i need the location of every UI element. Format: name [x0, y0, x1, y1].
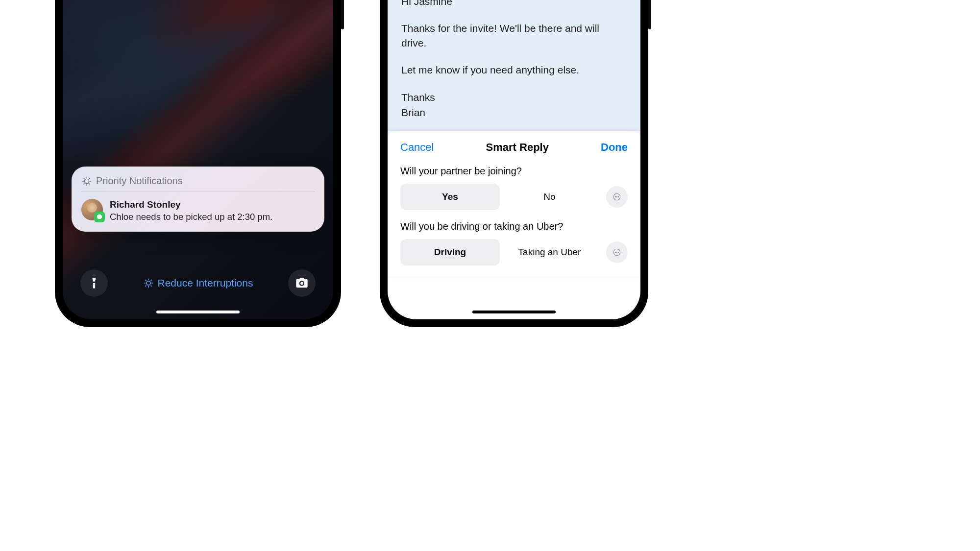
notification-header: Priority Notifications — [81, 175, 315, 192]
svg-point-0 — [84, 179, 89, 183]
answer-uber[interactable]: Taking an Uber — [500, 239, 599, 265]
sheet-title: Smart Reply — [486, 141, 549, 154]
notification-body: Richard Stonley Chloe needs to be picked… — [81, 199, 315, 223]
camera-button[interactable] — [288, 269, 316, 297]
notification-text: Richard Stonley Chloe needs to be picked… — [110, 199, 315, 223]
email-signoff: Thanks — [401, 90, 627, 104]
notification-sender: Richard Stonley — [110, 199, 315, 211]
lockscreen-bottom-row: Reduce Interruptions — [63, 269, 333, 297]
apple-intelligence-icon — [81, 176, 92, 187]
focus-pill[interactable]: Reduce Interruptions — [143, 277, 253, 289]
answer-driving[interactable]: Driving — [400, 239, 500, 265]
more-options-button-2[interactable] — [606, 241, 628, 263]
phone-left-frame: Priority Notifications Richard Stonley C… — [55, 0, 341, 327]
svg-point-1 — [146, 281, 150, 285]
question-1-answers: Yes No — [400, 184, 628, 210]
email-paragraph-1: Thanks for the invite! We'll be there an… — [401, 21, 627, 50]
messages-app-badge — [94, 212, 105, 222]
notification-divider — [81, 192, 315, 192]
camera-icon — [295, 276, 309, 290]
sender-avatar — [81, 199, 103, 220]
answer-yes[interactable]: Yes — [400, 184, 500, 210]
left-screen: Priority Notifications Richard Stonley C… — [63, 0, 333, 319]
phone-right-frame: Hi Jasmine Thanks for the invite! We'll … — [380, 0, 648, 327]
focus-label: Reduce Interruptions — [158, 277, 253, 289]
svg-point-5 — [618, 197, 618, 197]
svg-point-9 — [618, 252, 618, 253]
question-block-1: Will your partner be joining? Yes No — [388, 166, 640, 221]
home-indicator[interactable] — [472, 311, 556, 313]
ellipsis-icon — [612, 192, 621, 201]
priority-notification-card[interactable]: Priority Notifications Richard Stonley C… — [72, 167, 324, 232]
flashlight-button[interactable] — [80, 269, 108, 297]
smart-reply-sheet: Cancel Smart Reply Done Will your partne… — [388, 131, 640, 276]
email-body[interactable]: Hi Jasmine Thanks for the invite! We'll … — [388, 0, 640, 131]
notification-message: Chloe needs to be picked up at 2:30 pm. — [110, 211, 315, 223]
answer-no[interactable]: No — [500, 184, 599, 210]
svg-point-8 — [616, 252, 617, 253]
svg-point-4 — [616, 197, 617, 197]
email-sender-name: Brian — [401, 105, 627, 120]
done-button[interactable]: Done — [601, 141, 628, 154]
question-1-text: Will your partner be joining? — [400, 166, 628, 177]
messages-icon — [96, 214, 103, 220]
question-block-2: Will you be driving or taking an Uber? D… — [388, 221, 640, 276]
home-indicator[interactable] — [156, 311, 240, 313]
email-paragraph-2: Let me know if you need anything else. — [401, 63, 627, 77]
phone-side-button — [648, 0, 651, 29]
apple-intelligence-icon — [143, 278, 154, 288]
svg-point-7 — [615, 252, 615, 253]
right-screen: Hi Jasmine Thanks for the invite! We'll … — [388, 0, 640, 319]
question-2-answers: Driving Taking an Uber — [400, 239, 628, 265]
question-2-text: Will you be driving or taking an Uber? — [400, 221, 628, 232]
more-options-button-1[interactable] — [606, 186, 628, 208]
flashlight-icon — [88, 277, 100, 289]
priority-notifications-label: Priority Notifications — [96, 175, 183, 187]
svg-point-3 — [615, 197, 615, 197]
phone-side-button — [341, 0, 344, 29]
sheet-header: Cancel Smart Reply Done — [388, 141, 640, 166]
ellipsis-icon — [612, 248, 621, 257]
email-greeting: Hi Jasmine — [401, 0, 627, 8]
cancel-button[interactable]: Cancel — [400, 141, 434, 154]
